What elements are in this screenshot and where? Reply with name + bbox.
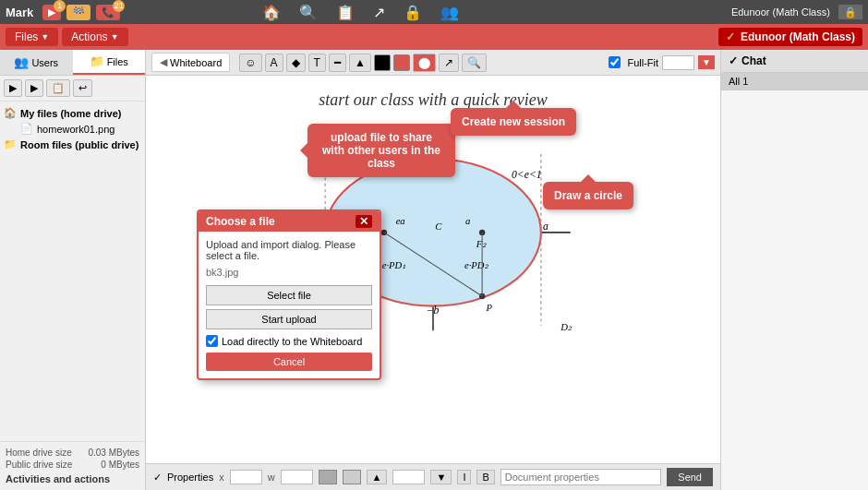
svg-text:C: C bbox=[435, 221, 442, 232]
whiteboard-toolbar: ☺ A ◆ T ━ ▲ ⬤ ↗ 🔍 bbox=[239, 54, 487, 72]
home-folder-icon: 🏠 bbox=[4, 107, 17, 119]
dialog-filename: bk3.jpg bbox=[206, 267, 372, 278]
chat-header: ✓ Chat bbox=[721, 50, 868, 73]
center-panel: ◀ Whiteboard ☺ A ◆ T ━ ▲ ⬤ ↗ 🔍 Full-Fit … bbox=[146, 50, 720, 490]
w-input[interactable]: 400 bbox=[281, 470, 313, 484]
color-swatch-gray[interactable] bbox=[319, 470, 337, 484]
wb-tool-face[interactable]: ☺ bbox=[239, 54, 261, 72]
svg-text:ea: ea bbox=[396, 216, 405, 226]
color-swatch-black[interactable] bbox=[374, 54, 391, 71]
chat-panel: ✓ Chat All 1 bbox=[720, 50, 868, 490]
users-icon[interactable]: 👥 bbox=[435, 2, 464, 23]
sidebar-tool-4[interactable]: ↩ bbox=[73, 79, 92, 97]
whiteboard-header: ◀ Whiteboard ☺ A ◆ T ━ ▲ ⬤ ↗ 🔍 Full-Fit … bbox=[146, 50, 720, 76]
chat-filter: All 1 bbox=[721, 73, 868, 90]
cancel-button[interactable]: Cancel bbox=[206, 353, 372, 371]
sidebar-footer: Home drive size 0.03 MBytes Public drive… bbox=[0, 441, 145, 490]
chat-messages bbox=[721, 90, 868, 490]
svg-text:P: P bbox=[485, 303, 492, 313]
sidebar-tool-3[interactable]: 📋 bbox=[46, 79, 70, 97]
properties-chevron: ✓ bbox=[153, 472, 162, 484]
tab-users[interactable]: 👥 Users bbox=[0, 50, 73, 75]
send-button[interactable]: Send bbox=[667, 468, 713, 486]
svg-text:a: a bbox=[543, 221, 549, 233]
color-swatch-light[interactable] bbox=[343, 470, 361, 484]
lock-icon[interactable]: 🔒 bbox=[398, 2, 428, 23]
file-tree: 🏠 My files (home drive) 📄 homework01.png… bbox=[0, 102, 145, 441]
file-dialog-body: Upload and import dialog. Please select … bbox=[199, 232, 380, 378]
back-arrow-icon: ◀ bbox=[160, 56, 167, 68]
svg-text:e·PD₁: e·PD₁ bbox=[382, 260, 406, 270]
wb-tool-line[interactable]: ━ bbox=[329, 54, 346, 72]
prop-down-button[interactable]: ▼ bbox=[430, 470, 452, 484]
sidebar-tool-2[interactable]: ▶ bbox=[25, 79, 43, 97]
file-dialog: Choose a file ✕ Upload and import dialog… bbox=[197, 209, 381, 380]
file-dialog-title: Choose a file ✕ bbox=[199, 211, 380, 232]
play-button[interactable]: ▶ 1 bbox=[42, 5, 61, 20]
prop-up-button[interactable]: ▲ bbox=[367, 470, 388, 484]
sidebar-tabs: 👥 Users 📁 Files bbox=[0, 50, 145, 76]
svg-text:D₂: D₂ bbox=[560, 322, 573, 332]
wb-tool-triangle[interactable]: ▲ bbox=[349, 54, 371, 72]
whiteboard-canvas[interactable]: start our class with a quick review −a bbox=[146, 76, 720, 463]
actions-menu[interactable]: Actions ▼ bbox=[62, 28, 127, 46]
top-center-icons: 🏠 🔍 📋 ↗ 🔒 👥 bbox=[257, 2, 464, 23]
svg-text:a: a bbox=[465, 216, 470, 226]
svg-text:F₂: F₂ bbox=[476, 239, 487, 249]
sidebar: 👥 Users 📁 Files ▶ ▶ 📋 ↩ 🏠 My files (home… bbox=[0, 50, 146, 490]
chat-chevron: ✓ bbox=[729, 54, 738, 67]
load-checkbox-row: Load directly to the Whiteboard bbox=[206, 335, 372, 347]
wb-tool-text[interactable]: A bbox=[265, 54, 283, 72]
flag-button[interactable]: 🏁 bbox=[66, 5, 90, 20]
tab-files[interactable]: 📁 Files bbox=[73, 50, 146, 75]
class-label: ✓ Edunoor (Math Class) bbox=[718, 28, 862, 46]
color-swatch-red[interactable] bbox=[393, 54, 410, 71]
wb-tool-shape[interactable]: ◆ bbox=[286, 54, 306, 72]
italic-button[interactable]: I bbox=[457, 470, 471, 484]
svg-text:0<e<1: 0<e<1 bbox=[512, 169, 542, 181]
file-dialog-close-button[interactable]: ✕ bbox=[356, 215, 372, 228]
home-drive-row: Home drive size 0.03 MBytes bbox=[6, 448, 139, 458]
fit-controls: Full-Fit 100 ▼ bbox=[609, 55, 715, 70]
prop-num-input[interactable]: 33 bbox=[392, 470, 425, 484]
x-label: x bbox=[219, 472, 224, 483]
select-file-button[interactable]: Select file bbox=[206, 285, 372, 305]
file-icon: 📄 bbox=[20, 123, 33, 135]
doc-properties-input[interactable] bbox=[500, 469, 662, 485]
tooltip-circle: Draw a circle bbox=[543, 182, 633, 209]
share-icon[interactable]: ↗ bbox=[368, 2, 391, 23]
search-icon[interactable]: 🔍 bbox=[294, 2, 323, 23]
lock-status-icon: 🔒 bbox=[838, 5, 862, 19]
whiteboard-title: start our class with a quick review bbox=[161, 90, 705, 110]
home-icon[interactable]: 🏠 bbox=[257, 2, 286, 23]
properties-label: Properties bbox=[167, 472, 213, 483]
fit-arrow-button[interactable]: ▼ bbox=[698, 55, 715, 69]
load-whiteboard-checkbox[interactable] bbox=[206, 335, 218, 347]
tooltip-upload: upload file to share with other users in… bbox=[307, 124, 455, 177]
files-menu[interactable]: Files ▼ bbox=[6, 28, 58, 46]
tree-root[interactable]: 🏠 My files (home drive) bbox=[4, 105, 141, 121]
fit-value-input[interactable]: 100 bbox=[662, 55, 694, 70]
sidebar-tool-1[interactable]: ▶ bbox=[4, 79, 22, 97]
full-fit-checkbox[interactable] bbox=[609, 56, 621, 68]
tree-public[interactable]: 📁 Room files (public drive) bbox=[4, 137, 141, 152]
tree-file-homework[interactable]: 📄 homework01.png bbox=[20, 121, 141, 137]
wb-tool-circle[interactable]: ⬤ bbox=[413, 54, 436, 72]
files-tab-icon: 📁 bbox=[90, 54, 104, 68]
bookmark-icon[interactable]: 📋 bbox=[331, 2, 360, 23]
menu-bar: Files ▼ Actions ▼ ✓ Edunoor (Math Class) bbox=[0, 24, 868, 50]
wb-tool-arrow[interactable]: ↗ bbox=[439, 54, 459, 72]
call-button[interactable]: 📞 21 bbox=[96, 5, 120, 20]
svg-text:−b: −b bbox=[427, 305, 440, 317]
sidebar-toolbar: ▶ ▶ 📋 ↩ bbox=[0, 76, 145, 102]
whiteboard-tab[interactable]: ◀ Whiteboard bbox=[151, 53, 230, 72]
main-layout: 👥 Users 📁 Files ▶ ▶ 📋 ↩ 🏠 My files (home… bbox=[0, 50, 868, 490]
bold-button[interactable]: B bbox=[476, 470, 494, 484]
x-input[interactable]: 172 bbox=[230, 470, 262, 484]
class-info: Edunoor (Math Class) 🔒 bbox=[731, 6, 862, 18]
start-upload-button[interactable]: Start upload bbox=[206, 309, 372, 329]
wb-tool-type[interactable]: T bbox=[308, 54, 326, 72]
wb-tool-zoom[interactable]: 🔍 bbox=[462, 54, 487, 72]
users-tab-icon: 👥 bbox=[14, 55, 29, 69]
svg-text:e·PD₂: e·PD₂ bbox=[464, 260, 489, 270]
